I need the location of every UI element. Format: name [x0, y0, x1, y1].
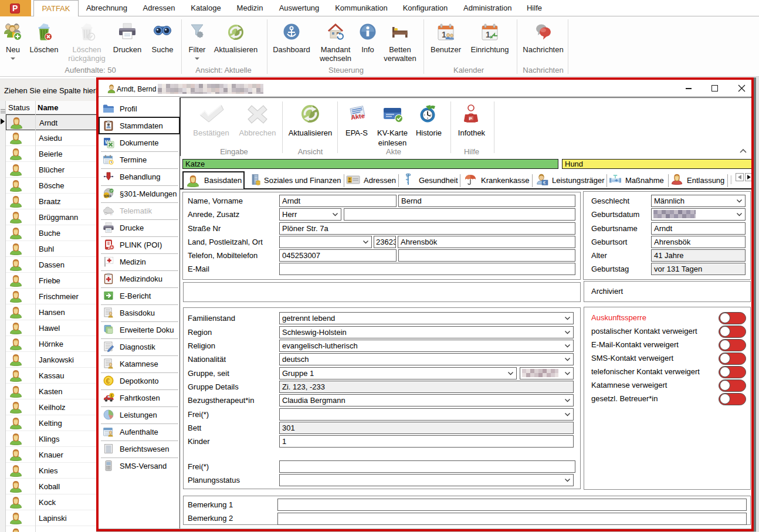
svg-text:§301: §301 — [104, 194, 111, 198]
svg-text:P: P — [469, 116, 473, 121]
svg-text:Akte: Akte — [350, 112, 365, 121]
svg-text:1: 1 — [442, 30, 446, 39]
svg-text:€: € — [106, 377, 110, 385]
svg-text:1: 1 — [486, 30, 490, 39]
svg-text:€: € — [111, 394, 113, 398]
svg-text:TI: TI — [110, 212, 112, 216]
